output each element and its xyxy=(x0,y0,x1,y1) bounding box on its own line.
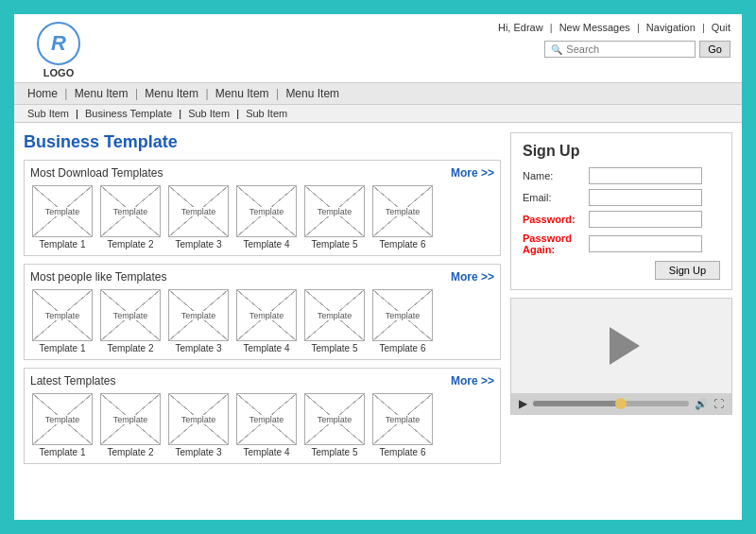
template-caption: Template 2 xyxy=(108,447,154,457)
search-input[interactable] xyxy=(566,43,679,55)
template-label: Template xyxy=(43,311,82,320)
template-label: Template xyxy=(316,311,354,320)
template-caption: Template 5 xyxy=(312,447,358,457)
template-item[interactable]: Template Template 6 xyxy=(370,289,435,353)
template-item[interactable]: Template Template 4 xyxy=(234,289,299,353)
template-thumb: Template xyxy=(168,185,229,237)
template-item[interactable]: Template Template 5 xyxy=(302,289,367,353)
section-header-1: Most Download Templates More >> xyxy=(30,166,494,180)
main-nav-bar: Home | Menu Item | Menu Item | Menu Item… xyxy=(14,83,742,105)
navigation-link[interactable]: Navigation xyxy=(646,22,696,33)
fullscreen-icon[interactable]: ⛶ xyxy=(713,398,724,409)
form-row-name: Name: xyxy=(523,167,720,184)
template-caption: Template 6 xyxy=(380,239,426,250)
template-item[interactable]: Template Template 2 xyxy=(98,393,163,457)
template-item[interactable]: Template Template 2 xyxy=(98,289,163,353)
nav-menu-item-2[interactable]: Menu Item xyxy=(145,87,198,100)
sub-nav-sub-item-2[interactable]: Sub Item xyxy=(188,108,230,119)
template-caption: Template 6 xyxy=(380,447,426,457)
password-again-field[interactable] xyxy=(589,235,702,252)
template-caption: Template 3 xyxy=(176,343,222,353)
form-row-password-again: Password Again: xyxy=(523,233,720,255)
name-field[interactable] xyxy=(589,167,702,184)
more-link-1[interactable]: More >> xyxy=(451,166,494,180)
sub-nav-sub-item-1[interactable]: Sub Item xyxy=(27,108,69,119)
form-label-password-again: Password Again: xyxy=(523,233,589,255)
template-thumb: Template xyxy=(168,393,229,445)
content-area: Business Template Most Download Template… xyxy=(14,123,742,481)
sub-nav-bar: Sub Item | Business Template | Sub Item … xyxy=(14,105,742,123)
template-item[interactable]: Template Template 5 xyxy=(302,393,367,457)
progress-bar[interactable] xyxy=(533,401,689,406)
search-bar: 🔍 Go xyxy=(544,41,730,58)
template-item[interactable]: Template Template 1 xyxy=(30,289,94,353)
nav-home[interactable]: Home xyxy=(27,87,58,100)
play-button-large[interactable] xyxy=(610,327,640,365)
template-thumb: Template xyxy=(32,289,93,341)
go-button[interactable]: Go xyxy=(699,41,730,58)
hi-edraw-link[interactable]: Hi, Edraw xyxy=(498,22,543,33)
template-label: Template xyxy=(112,311,150,320)
main-content: Business Template Most Download Template… xyxy=(24,132,501,472)
template-label: Template xyxy=(384,311,422,320)
template-grid-2: Template Template 1 Template Template 2 … xyxy=(30,289,494,353)
template-thumb: Template xyxy=(372,393,433,445)
template-grid-1: Template Template 1 Template Template 2 … xyxy=(30,185,494,250)
template-caption: Template 2 xyxy=(108,239,154,250)
template-item[interactable]: Template Template 2 xyxy=(98,185,163,250)
template-label: Template xyxy=(43,415,82,424)
page-title: Business Template xyxy=(24,132,501,152)
logo: R LOGO xyxy=(26,22,92,78)
template-item[interactable]: Template Template 4 xyxy=(234,393,299,457)
nav-menu-item-4[interactable]: Menu Item xyxy=(285,87,339,100)
new-messages-link[interactable]: New Messages xyxy=(559,22,630,33)
more-link-2[interactable]: More >> xyxy=(451,270,494,284)
template-thumb: Template xyxy=(32,393,93,445)
template-thumb: Template xyxy=(100,185,161,237)
template-thumb: Template xyxy=(372,289,433,341)
email-field[interactable] xyxy=(589,189,702,206)
header-right: Hi, Edraw | New Messages | Navigation | … xyxy=(498,22,730,58)
template-item[interactable]: Template Template 6 xyxy=(370,185,435,250)
template-item[interactable]: Template Template 4 xyxy=(234,185,299,250)
template-thumb: Template xyxy=(100,289,161,341)
template-item[interactable]: Template Template 3 xyxy=(166,393,231,457)
signup-button[interactable]: Sign Up xyxy=(655,261,720,280)
sub-nav-sub-item-3[interactable]: Sub Item xyxy=(246,108,287,119)
template-thumb: Template xyxy=(100,393,161,445)
template-thumb: Template xyxy=(32,185,93,237)
template-item[interactable]: Template Template 5 xyxy=(302,185,367,250)
quit-link[interactable]: Quit xyxy=(712,22,730,33)
signup-title: Sign Up xyxy=(523,143,720,160)
template-item[interactable]: Template Template 3 xyxy=(166,289,231,353)
header: R LOGO Hi, Edraw | New Messages | Naviga… xyxy=(14,14,742,83)
section-title-3: Latest Templates xyxy=(30,374,116,388)
form-label-password: Password: xyxy=(523,214,589,225)
template-thumb: Template xyxy=(168,289,229,341)
template-item[interactable]: Template Template 1 xyxy=(30,185,94,250)
template-caption: Template 2 xyxy=(108,343,154,353)
volume-icon[interactable]: 🔊 xyxy=(695,398,708,410)
more-link-3[interactable]: More >> xyxy=(451,374,494,388)
template-thumb: Template xyxy=(236,185,297,237)
section-header-2: Most people like Templates More >> xyxy=(30,270,494,284)
password-field[interactable] xyxy=(589,211,702,228)
template-item[interactable]: Template Template 1 xyxy=(30,393,94,457)
play-button-small[interactable]: ▶ xyxy=(519,397,527,410)
template-item[interactable]: Template Template 6 xyxy=(370,393,435,457)
template-thumb: Template xyxy=(236,289,297,341)
nav-menu-item-1[interactable]: Menu Item xyxy=(75,87,129,100)
header-nav: Hi, Edraw | New Messages | Navigation | … xyxy=(498,22,730,33)
nav-menu-item-3[interactable]: Menu Item xyxy=(215,87,269,100)
template-thumb: Template xyxy=(236,393,297,445)
template-thumb: Template xyxy=(304,393,365,445)
section-title-2: Most people like Templates xyxy=(30,270,167,284)
template-label: Template xyxy=(180,207,218,216)
progress-handle[interactable] xyxy=(615,398,627,409)
search-icon: 🔍 xyxy=(551,44,562,55)
template-label: Template xyxy=(384,415,422,424)
video-screen xyxy=(511,299,731,393)
sub-nav-business-template[interactable]: Business Template xyxy=(85,108,172,119)
template-item[interactable]: Template Template 3 xyxy=(166,185,231,250)
template-label: Template xyxy=(180,311,218,320)
